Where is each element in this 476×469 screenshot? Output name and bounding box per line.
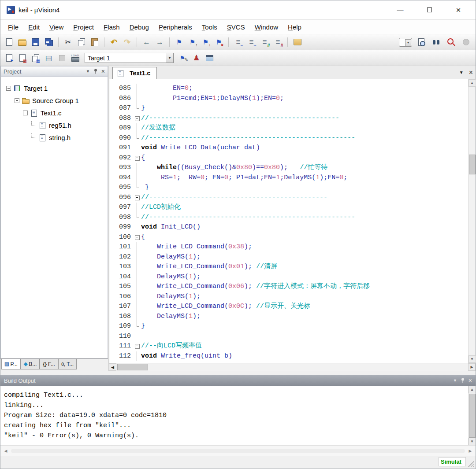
- menu-item-file[interactable]: File: [3, 22, 23, 33]
- menu-item-peripherals[interactable]: Peripherals: [154, 22, 197, 33]
- menu-item-tools[interactable]: Tools: [197, 22, 222, 33]
- scroll-down-icon[interactable]: ▼: [469, 438, 476, 445]
- menu-item-project[interactable]: Project: [68, 22, 99, 33]
- resize-grip[interactable]: [468, 461, 474, 467]
- code-segment: DelayMS(: [141, 273, 189, 281]
- save-all-icon[interactable]: [43, 37, 55, 48]
- target-select[interactable]: Target 1 ▼: [85, 53, 174, 63]
- target-options-icon[interactable]: [177, 52, 189, 64]
- panel-tab-icon: 0,: [61, 362, 65, 367]
- minimize-button[interactable]: —: [394, 4, 407, 16]
- configure-icon[interactable]: [291, 37, 303, 48]
- nav-back-icon[interactable]: [141, 37, 152, 48]
- build-horizontal-scrollbar[interactable]: ◀ ▶: [0, 445, 476, 456]
- undo-icon[interactable]: [108, 37, 120, 48]
- target-select-dropdown-button[interactable]: ▼: [166, 53, 173, 63]
- redo-icon[interactable]: [121, 37, 133, 48]
- menu-item-window[interactable]: Window: [250, 22, 283, 33]
- pin-icon[interactable]: [461, 378, 465, 383]
- menu-item-svcs[interactable]: SVCS: [222, 22, 250, 33]
- load-icon[interactable]: [69, 52, 81, 64]
- build-vertical-scrollbar[interactable]: ▲ ▼: [468, 386, 476, 445]
- scroll-right-icon[interactable]: ▶: [468, 363, 476, 371]
- document-list-icon[interactable]: ▼: [459, 70, 464, 75]
- new-file-icon[interactable]: [3, 37, 15, 48]
- tree-item-reg51-h[interactable]: reg51.h: [1, 119, 108, 131]
- outdent-icon[interactable]: [232, 37, 244, 48]
- scroll-left-icon[interactable]: ◀: [109, 363, 116, 371]
- find-combo-icon[interactable]: [399, 38, 412, 47]
- fold-collapse-box[interactable]: [134, 153, 141, 163]
- paste-icon[interactable]: [89, 37, 100, 48]
- menu-item-flash[interactable]: Flash: [99, 22, 125, 33]
- fold-collapse-box[interactable]: [134, 114, 141, 124]
- panel-tab-2[interactable]: {}F...: [40, 359, 58, 369]
- bookmark-prev-icon[interactable]: [186, 37, 198, 48]
- close-button[interactable]: ×: [452, 4, 465, 16]
- find-red-icon[interactable]: [445, 37, 457, 48]
- build-hscroll-track[interactable]: [11, 449, 465, 453]
- batch-build-icon[interactable]: [43, 52, 55, 64]
- tree-item-text1-c[interactable]: Text1.c: [1, 107, 108, 119]
- find-in-files-icon[interactable]: [415, 37, 427, 48]
- line-number: 093: [119, 163, 134, 173]
- translate-icon[interactable]: [3, 52, 15, 64]
- panel-close-icon[interactable]: ×: [101, 68, 105, 75]
- comment-icon[interactable]: [259, 37, 271, 48]
- editor-hscroll-thumb[interactable]: [117, 364, 148, 370]
- cut-icon[interactable]: [62, 37, 74, 48]
- binoculars-icon[interactable]: [430, 37, 442, 48]
- scroll-up-icon[interactable]: ▲: [469, 79, 476, 87]
- window-split-icon[interactable]: [204, 52, 216, 64]
- manage-icon[interactable]: [190, 52, 202, 64]
- panel-tab-3[interactable]: 0,T...: [58, 359, 77, 369]
- editor-horizontal-scrollbar[interactable]: ◀ ▶: [109, 363, 476, 371]
- scroll-up-icon[interactable]: ▲: [469, 386, 476, 393]
- stop-build-icon[interactable]: [56, 52, 68, 64]
- maximize-button[interactable]: [423, 4, 436, 16]
- build-vscroll-thumb[interactable]: [469, 394, 476, 438]
- rebuild-icon[interactable]: [30, 52, 41, 64]
- menu-item-debug[interactable]: Debug: [125, 22, 154, 33]
- collapse-box[interactable]: [15, 98, 19, 103]
- panel-tab-0[interactable]: ▤P...: [1, 359, 21, 369]
- indent-icon[interactable]: [245, 37, 257, 48]
- fold-margin: [134, 84, 141, 94]
- document-close-icon[interactable]: ×: [469, 69, 473, 77]
- pin-icon[interactable]: [93, 69, 98, 74]
- menu-item-view[interactable]: View: [45, 22, 68, 33]
- build-output-text[interactable]: compiling Text1.c...linking...Program Si…: [0, 386, 468, 445]
- uncomment-icon[interactable]: [272, 37, 284, 48]
- collapse-box[interactable]: [6, 86, 11, 91]
- build-icon[interactable]: [16, 52, 28, 64]
- fold-collapse-box[interactable]: [134, 233, 141, 243]
- bookmark-next-icon[interactable]: [200, 37, 212, 48]
- scroll-right-icon[interactable]: ▶: [467, 449, 474, 453]
- panel-menu-icon[interactable]: ▼: [453, 378, 457, 383]
- save-icon[interactable]: [30, 37, 41, 48]
- tree-item-source-group-1[interactable]: Source Group 1: [1, 94, 108, 107]
- bookmark-clear-icon[interactable]: [213, 37, 225, 48]
- menu-item-help[interactable]: Help: [283, 22, 306, 33]
- editor-vscroll-thumb[interactable]: [469, 155, 476, 174]
- copy-icon[interactable]: [75, 37, 87, 48]
- nav-forward-icon[interactable]: [154, 37, 166, 48]
- code-segment: //LCD初始化: [141, 203, 181, 211]
- panel-menu-icon[interactable]: ▼: [86, 69, 90, 74]
- disabled-dot-icon[interactable]: [460, 37, 472, 48]
- panel-close-icon[interactable]: ×: [469, 377, 472, 384]
- menu-item-edit[interactable]: Edit: [23, 22, 45, 33]
- scroll-down-icon[interactable]: ▼: [469, 355, 476, 363]
- tree-item-string-h[interactable]: string.h: [1, 131, 108, 144]
- open-folder-icon[interactable]: [16, 37, 28, 48]
- panel-tab-1[interactable]: ◆B...: [21, 359, 40, 369]
- document-tab-text1c[interactable]: Text1.c: [112, 67, 157, 79]
- fold-collapse-box[interactable]: [134, 193, 141, 203]
- collapse-box[interactable]: [23, 111, 28, 115]
- code-area[interactable]: 085 EN=0;086 P1=cmd;EN=1;DelayMS(1);EN=0…: [109, 79, 468, 363]
- fold-collapse-box[interactable]: [134, 341, 141, 351]
- tree-item-target-1[interactable]: Target 1: [1, 82, 108, 94]
- scroll-left-icon[interactable]: ◀: [2, 449, 9, 453]
- editor-vertical-scrollbar[interactable]: ▲ ▼: [468, 79, 476, 363]
- bookmark-icon[interactable]: [173, 37, 185, 48]
